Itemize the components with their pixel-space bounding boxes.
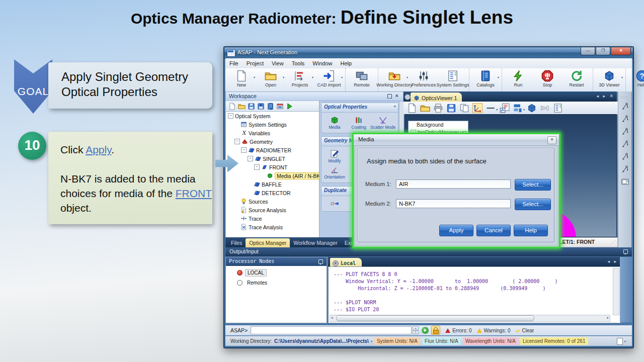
maximize-button[interactable]: ❐ (596, 47, 610, 55)
viewer-tree-background[interactable]: Background (409, 121, 468, 129)
toolbar-stop-button[interactable]: Stop (533, 69, 562, 90)
scroll-right-icon[interactable]: ▸ (607, 316, 609, 320)
dialog-titlebar[interactable]: Media ✕ (354, 134, 559, 146)
minimize-button[interactable]: — (581, 47, 595, 55)
palette-scatter-model-button[interactable]: Scatter Model (371, 116, 394, 130)
toolbar-projects-button[interactable]: Projects▾ (285, 69, 314, 90)
collapse-icon[interactable]: − (241, 147, 247, 153)
viewer-axes-icon[interactable] (472, 103, 482, 113)
menu-window[interactable]: Window (308, 59, 336, 68)
viewer-bars-icon[interactable] (513, 103, 523, 113)
palette-orientation-button[interactable]: Orientation (323, 165, 346, 179)
scroll-thumb[interactable] (336, 315, 534, 321)
scroll-left-icon[interactable]: ◂ (331, 316, 333, 320)
node-local[interactable]: LOCAL (237, 268, 327, 277)
compass-icon[interactable] (621, 115, 629, 123)
compass-icon[interactable] (621, 127, 629, 136)
tree-item-sources[interactable]: Sources (226, 197, 319, 206)
front-link[interactable]: FRONT (176, 188, 212, 199)
resize-grip-icon[interactable]: ⋰ (611, 239, 616, 244)
compass-icon[interactable] (621, 102, 629, 111)
viewer-chartpage-icon[interactable] (500, 103, 510, 113)
close-panel-icon[interactable]: ✕ (395, 93, 399, 99)
tree-item-variables[interactable]: XVariables (226, 129, 319, 137)
command-history-spinner[interactable]: ▴▾ (413, 326, 419, 334)
close-tab-icon[interactable]: ✕ (333, 260, 339, 266)
collapse-icon[interactable]: − (254, 164, 260, 170)
ws-toolbar-play-icon[interactable] (286, 103, 293, 110)
lock-icon[interactable] (431, 326, 440, 335)
toolbar-catalogs-button[interactable]: Catalogs▾ (471, 69, 500, 90)
apply-button[interactable]: Apply (439, 225, 473, 236)
toolbar-preferences-button[interactable]: Preferences (409, 69, 438, 90)
close-button[interactable]: ✕ (611, 47, 631, 55)
tab-opticsviewer-1[interactable]: OpticsViewer 1 (411, 93, 462, 103)
tree-item-detector[interactable]: DETECTOR (226, 189, 319, 197)
pin-icon[interactable] (318, 259, 323, 264)
run-command-button[interactable] (422, 327, 429, 334)
menu-file[interactable]: File (225, 59, 243, 68)
screen-icon[interactable] (621, 177, 629, 186)
collapse-icon[interactable]: − (248, 156, 253, 161)
toolbar-restart-button[interactable]: Restart (562, 69, 591, 90)
tree-item-trace[interactable]: Trace (226, 214, 319, 223)
palette-item-button[interactable] (323, 199, 346, 208)
tree-item-optical-system[interactable]: −Optical System (226, 112, 319, 120)
clear-button[interactable]: Clear (515, 328, 534, 333)
console-vscrollbar[interactable] (613, 268, 619, 315)
dialog-close-button[interactable]: ✕ (547, 136, 556, 144)
viewer-page-icon[interactable] (407, 103, 417, 113)
tree-item-system-settings[interactable]: System Settings (226, 120, 319, 129)
palette-title[interactable]: Optical Properties« (321, 103, 398, 113)
ws-toolbar-floppy-icon[interactable] (248, 103, 255, 110)
toolbar-new-button[interactable]: New▾ (227, 69, 256, 90)
menu-tools[interactable]: Tools (288, 59, 309, 68)
title-bar[interactable]: ASAP - Next Generation — ❐ ✕ (224, 47, 633, 59)
radio-icon[interactable] (237, 280, 243, 286)
tree-item-geometry[interactable]: −Geometry (226, 137, 319, 146)
warnings-indicator[interactable]: Warnings: 0 (477, 328, 511, 333)
tree-item-baffle[interactable]: BAFFLE (226, 180, 319, 189)
node-remotes[interactable]: Remotes (237, 279, 327, 287)
collapse-icon[interactable]: − (228, 113, 233, 119)
compass-icon[interactable] (621, 152, 629, 161)
toolbar-remote-button[interactable]: Remote (347, 69, 376, 90)
viewer-listpage-icon[interactable] (553, 103, 563, 113)
viewer-conegray-icon[interactable] (540, 103, 550, 113)
tree-item-media-air-n-bk7[interactable]: Media (AIR / N-BK7) (226, 171, 319, 180)
viewer-floppy-icon[interactable] (446, 103, 456, 113)
viewer-line-icon[interactable] (486, 103, 496, 113)
dialog-input-medium-1[interactable]: AIR (396, 179, 511, 189)
viewer-cube-icon[interactable] (527, 103, 537, 113)
palette-modify-button[interactable]: Modify (323, 149, 346, 163)
tree-item-singlet[interactable]: −SINGLET (226, 154, 319, 163)
apply-link[interactable]: Apply (86, 144, 111, 155)
tree-item-source-analysis[interactable]: Source Analysis (226, 206, 319, 214)
errors-indicator[interactable]: Errors: 0 (445, 328, 471, 333)
working-directory-path[interactable]: C:\Users\dyannutz\AppData\...\Projects\ (274, 338, 369, 344)
viewer-folder-icon[interactable] (420, 103, 430, 113)
tab-files[interactable]: Files (227, 238, 246, 247)
select-button[interactable]: Select... (515, 179, 551, 191)
tab-dot-icon[interactable] (405, 94, 411, 100)
help-button[interactable]: Help (514, 225, 548, 236)
palette-coating-button[interactable]: Coating (347, 116, 370, 130)
ws-toolbar-folder-icon[interactable] (238, 103, 246, 110)
toolbar-cad-import-button[interactable]: CAD Import▾ (314, 69, 344, 90)
select-button[interactable]: Select... (515, 199, 551, 210)
tab-scroll-controls[interactable]: ◂ ▸ ✕ (596, 94, 615, 99)
dialog-input-medium-2[interactable]: N-BK7 (396, 199, 511, 208)
pin-icon[interactable] (623, 249, 628, 254)
tab-optics-manager[interactable]: Optics Manager (246, 238, 290, 247)
toolbar-working-directory-button[interactable]: Working Directory▾ (380, 69, 409, 90)
toolbar-system-settings-button[interactable]: System Settings (438, 69, 467, 90)
command-input[interactable] (251, 326, 412, 334)
toolbar-open-button[interactable]: Open▾ (256, 69, 285, 90)
tab-workflow-manager[interactable]: Workflow Manager (290, 238, 341, 247)
radio-selected-icon[interactable] (237, 270, 243, 276)
toolbar-help-button[interactable]: ?Help (627, 69, 644, 90)
toolbar-3d-viewer-button[interactable]: 3D Viewer▾ (595, 69, 624, 90)
ws-toolbar-book-icon[interactable] (267, 103, 274, 110)
ws-toolbar-floppydown-icon[interactable] (257, 103, 265, 110)
status-right-control[interactable]: ▾ (617, 338, 628, 344)
